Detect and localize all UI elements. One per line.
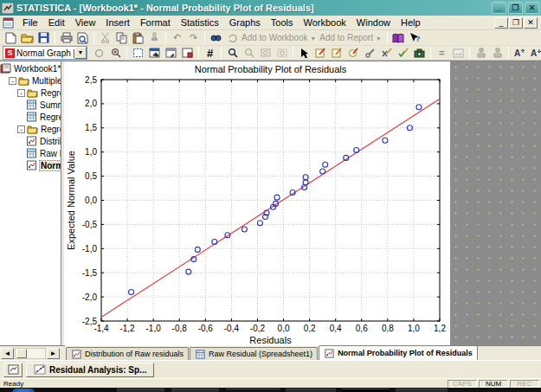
chart: -1,4-1,2-1,0-0,8-0,6-0,4-0,20,00,20,40,6… (65, 61, 450, 346)
tab-distribution-of-raw-residuals[interactable]: Distribution of Raw residuals (66, 347, 189, 360)
scrollbar-track[interactable] (15, 348, 46, 359)
svg-text:Residuals: Residuals (249, 335, 292, 345)
menu-tools[interactable]: Tools (266, 16, 299, 29)
tree-horizontal-scrollbar[interactable]: ◄ ► (0, 347, 61, 360)
menu-help[interactable]: Help (396, 16, 426, 29)
scrollbar-thumb[interactable] (16, 349, 27, 358)
scroll-right-icon[interactable]: ► (47, 348, 60, 359)
tree-item-workbook1-[interactable]: Workbook1* (0, 62, 61, 74)
tree-item-regressio[interactable]: -Regressio (0, 123, 61, 135)
zoom-custom-button[interactable] (107, 46, 124, 60)
save-icon (38, 32, 49, 43)
tools-button[interactable] (362, 46, 378, 60)
tree-item-regres[interactable]: Regres (0, 111, 61, 123)
screenshot-button[interactable] (179, 46, 196, 60)
decrease-font-button[interactable]: A (528, 46, 541, 60)
svg-text:0,2: 0,2 (304, 324, 316, 333)
collapse-icon[interactable]: - (9, 77, 16, 85)
link-button[interactable] (91, 46, 107, 60)
tab-normal-probability-plot-of-residuals[interactable]: Normal Probability Plot of Residuals (319, 345, 478, 360)
taskbar-item[interactable] (342, 389, 390, 392)
find-button[interactable] (208, 31, 224, 45)
combobox-dropdown-button[interactable]: ▼ (74, 47, 87, 59)
increase-font-button[interactable]: A (512, 46, 528, 60)
zoom-selection-button[interactable] (274, 46, 290, 60)
taskbar-item[interactable] (226, 389, 280, 392)
menu-file[interactable]: File (17, 16, 43, 29)
tab-raw-residual-spreadsheet1-[interactable]: Raw Residual (Spreadsheet1) (190, 347, 318, 360)
tree-item-summ[interactable]: Summ (0, 99, 61, 111)
menu-edit[interactable]: Edit (43, 16, 70, 29)
whats-this-help-button[interactable]: ? (407, 31, 423, 45)
analysis-minimized-button[interactable] (3, 363, 23, 377)
select-region-button[interactable] (130, 46, 146, 60)
tree-item-distribu[interactable]: Distribu (0, 135, 61, 147)
child-close-button[interactable]: ✕ (524, 17, 538, 29)
format-painter-button[interactable] (146, 31, 163, 45)
menu-window[interactable]: Window (351, 16, 396, 29)
stamp-date-button[interactable] (473, 46, 489, 60)
edit-data-button[interactable] (312, 46, 329, 60)
edit-graph-button[interactable] (329, 46, 345, 60)
residual-analysis-button[interactable]: Residual Analysis: Sp... (26, 363, 154, 377)
print-button[interactable] (58, 31, 74, 45)
tree-item-norma[interactable]: Norma (0, 159, 61, 171)
zoom-in-button[interactable] (224, 46, 241, 60)
new-button[interactable] (3, 31, 19, 45)
snapshot-button[interactable] (411, 46, 428, 60)
menu-workbook[interactable]: Workbook (299, 16, 351, 29)
edit-marks-button[interactable] (378, 46, 395, 60)
tree-item-label: Summ (39, 100, 61, 110)
restore-button[interactable]: ❐ (508, 2, 523, 14)
svg-text:1,2: 1,2 (434, 324, 446, 333)
zoom-fit-button[interactable] (257, 46, 274, 60)
undo-button[interactable]: ↶ (169, 31, 185, 45)
stamp-text-button[interactable] (489, 46, 506, 60)
save-button[interactable] (35, 31, 52, 45)
menu-statistics[interactable]: Statistics (176, 16, 224, 29)
child-minimize-button[interactable]: _ (494, 17, 508, 29)
open-button[interactable] (19, 31, 35, 45)
equal-scale-button[interactable]: = (434, 46, 450, 60)
cut-button[interactable] (97, 31, 113, 45)
workbook-tree-panel: Workbook1*-Multiple Regre-RegressioSummR… (0, 61, 61, 345)
menu-insert[interactable]: Insert (100, 16, 135, 29)
redo-button[interactable]: ↷ (185, 31, 202, 45)
paste-button[interactable] (130, 31, 146, 45)
tree-item-multiple-regre[interactable]: -Multiple Regre (0, 74, 61, 87)
close-button[interactable]: ✕ (525, 2, 539, 14)
pan-window-button[interactable] (146, 46, 163, 60)
status-bar: Ready CAPS NUM REC (0, 378, 541, 388)
scroll-left-icon[interactable]: ◄ (1, 348, 14, 359)
menu-graphs[interactable]: Graphs (224, 16, 266, 29)
child-restore-button[interactable]: ❐ (509, 17, 523, 29)
glossary-button[interactable] (390, 31, 407, 45)
collapse-icon[interactable]: - (17, 89, 25, 97)
menu-format[interactable]: Format (135, 16, 176, 29)
move-window-button[interactable] (163, 46, 179, 60)
accept-marks-button[interactable] (395, 46, 411, 60)
start-button[interactable] (12, 389, 35, 392)
copy-button[interactable] (113, 31, 130, 45)
print-preview-button[interactable] (74, 31, 91, 45)
svg-text:-2,0: -2,0 (82, 292, 98, 302)
update-button[interactable] (224, 31, 241, 45)
add-to-workbook-button[interactable]: Add to Workbook ▼ (241, 33, 319, 42)
tree-item-regressio[interactable]: -Regressio (0, 87, 61, 99)
minimize-button[interactable]: _ (492, 2, 506, 14)
zoom-out-button[interactable] (241, 46, 257, 60)
statistica-app-icon (2, 3, 14, 14)
gridlines-button[interactable]: # (202, 46, 218, 60)
taskbar-item[interactable] (171, 389, 219, 392)
add-to-report-button[interactable]: Add to Report ▼ (319, 33, 383, 42)
pointer-tool-button[interactable] (296, 46, 312, 60)
taskbar-item[interactable] (117, 389, 164, 392)
collapse-icon[interactable]: - (17, 125, 25, 133)
tree-item-raw-re[interactable]: Raw Re (0, 147, 61, 159)
taskbar-item[interactable] (286, 389, 336, 392)
insert-image-button[interactable] (450, 46, 467, 60)
graph-type-combobox[interactable]: S Normal Graph [... ▼ (3, 46, 87, 60)
edit-circle-button[interactable] (345, 46, 362, 60)
menu-view[interactable]: View (70, 16, 101, 29)
taskbar-item[interactable] (396, 389, 448, 392)
